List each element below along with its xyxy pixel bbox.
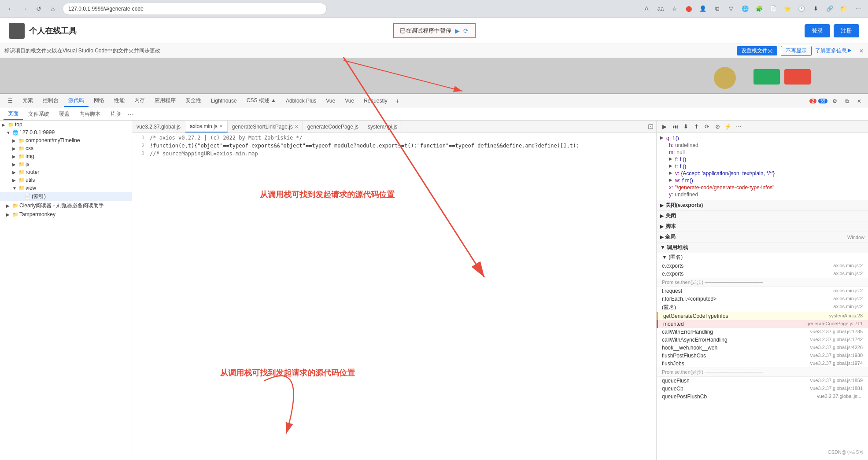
code-tabs-expand[interactable]: ⊡	[645, 122, 656, 131]
debug-breakpoints-btn[interactable]: ⚡	[724, 122, 732, 131]
font-aa-icon[interactable]: aa	[655, 3, 666, 15]
callstack-item-callwitherror[interactable]: callWithErrorHandling vue3.2.37.global.j…	[657, 328, 868, 336]
devtools-tab-menu[interactable]: ☰	[4, 96, 17, 107]
devtools-tab-elements[interactable]: 元素	[18, 95, 37, 107]
no-show-button[interactable]: 不再显示	[781, 46, 812, 56]
callstack-item-getgenerate[interactable]: getGenerateCodeTypeInfos systemApi.js:28	[657, 312, 868, 320]
scope-item-t[interactable]: ▶ t: f ()	[660, 163, 864, 170]
devtools-tab-requestly[interactable]: Requestly	[359, 96, 392, 107]
devtools-tab-sources[interactable]: 源代码	[64, 95, 89, 107]
callstack-item-flushjobs[interactable]: flushJobs vue3.2.37.global.js:1974	[657, 360, 868, 368]
filetree-component[interactable]: ▶ 📁 component/myTimeline	[0, 136, 132, 144]
back-button[interactable]: ←	[4, 3, 17, 15]
settings-icon[interactable]: ⚙	[829, 96, 840, 107]
callstack-item-exports2[interactable]: e.exports axios.min.js:2	[657, 270, 868, 278]
sources-subtab-content-scripts[interactable]: 内容脚本	[75, 109, 105, 119]
close-devtools-button[interactable]: ✕	[854, 96, 864, 107]
callstack-item-lrequest[interactable]: l.request axios.min.js:2	[657, 287, 868, 295]
globe-icon[interactable]: 🌐	[739, 3, 751, 15]
callstack-item-callwithasync[interactable]: callWithAsyncErrorHandling vue3.2.37.glo…	[657, 336, 868, 344]
filetree-utils[interactable]: ▶ 📁 utils	[0, 176, 132, 184]
download-icon[interactable]: ⬇	[810, 3, 821, 15]
callstack-section-anonymous[interactable]: ▼ (匿名)	[657, 253, 868, 262]
callstack-item-queuepostflushcb[interactable]: queuePostFlushCb vue3.2.37.global.js:...	[657, 393, 868, 401]
setup-root-folder-button[interactable]: 设置根文件夹	[737, 46, 777, 55]
devtools-tab-css-overview[interactable]: CSS 概述 ▲	[242, 95, 281, 107]
callstack-item-queuecb[interactable]: queueCb vue3.2.37.global.js:1881	[657, 385, 868, 393]
callstack-item-queueflush[interactable]: queueFlush vue3.2.37.global.js:1859	[657, 377, 868, 385]
devtools-tab-adblock[interactable]: Adblock Plus	[281, 96, 321, 107]
debug-resume-button[interactable]: ▶	[455, 27, 460, 34]
clipboard-icon[interactable]: ⧉	[711, 3, 723, 15]
script-section[interactable]: ▶ 脚本	[657, 221, 868, 232]
bookmark-icon[interactable]: ☆	[669, 3, 680, 15]
closure-exports-section[interactable]: ▶ 关闭(e.exports)	[657, 200, 868, 210]
home-button[interactable]: ⌂	[47, 3, 59, 15]
callstack-item-exports1[interactable]: e.exports axios.min.js:2	[657, 262, 868, 270]
code-tab-close-axios[interactable]: ✕	[219, 124, 223, 129]
banner-close-button[interactable]: ✕	[859, 48, 864, 54]
debug-resume-btn[interactable]: ▶	[660, 122, 669, 131]
profile-icon[interactable]: 👤	[697, 3, 709, 15]
star-icon[interactable]: ⭐	[782, 3, 793, 15]
devtools-tab-vue1[interactable]: Vue	[321, 96, 340, 107]
filetree-localhost[interactable]: ▼ 🌐 127.0.0.1:9999	[0, 129, 132, 136]
scope-item-w[interactable]: ▶ w: f m()	[660, 177, 864, 184]
learn-more-link[interactable]: 了解更多信息▶	[815, 47, 852, 55]
filetree-css[interactable]: ▶ 📁 css	[0, 144, 132, 152]
debug-step-button[interactable]: ⟳	[463, 27, 469, 34]
more-icon[interactable]: ⋯	[852, 3, 864, 15]
reload-button[interactable]: ↺	[33, 3, 45, 15]
callstack-item-hook[interactable]: hook__weh.hook__weh vue3.2.37.global.js:…	[657, 344, 868, 352]
devtools-tab-memory[interactable]: 内存	[130, 95, 149, 107]
code-tab-generatecode[interactable]: generateCodePage.js	[303, 121, 363, 132]
callstack-item-flushpost[interactable]: flushPostFlushCbs vue3.2.37.global.js:19…	[657, 352, 868, 360]
debug-stepout-btn[interactable]: ⬆	[692, 122, 701, 131]
devtools-tab-network[interactable]: 网络	[89, 95, 109, 107]
font-size-icon[interactable]: A	[641, 3, 652, 15]
address-bar[interactable]: 127.0.0.1:9999/#/generate-code	[63, 3, 327, 15]
devtools-tab-lighthouse[interactable]: Lighthouse	[207, 96, 241, 107]
code-tab-close-shortlink[interactable]: ✕	[295, 124, 298, 129]
code-tab-shortlink[interactable]: generateShortLinkPage.js ✕	[228, 121, 303, 132]
scope-item-v[interactable]: ▶ v: {Accept: 'application/json, text/pl…	[660, 170, 864, 177]
callstack-header[interactable]: ▼ 调用堆栈	[657, 242, 868, 253]
debug-stepover-btn[interactable]: ⏭	[671, 122, 680, 131]
sources-subtab-filesystem[interactable]: 文件系统	[24, 109, 54, 119]
sources-subtab-overrides[interactable]: 覆盖	[55, 109, 74, 119]
scope-item-g[interactable]: ▶ g: f ()	[660, 135, 864, 142]
devtools-tab-console[interactable]: 控制台	[38, 95, 63, 107]
devtools-add-tab-button[interactable]: +	[393, 97, 402, 105]
closure-section[interactable]: ▶ 关闭	[657, 210, 868, 221]
sources-subtab-snippets[interactable]: 片段	[106, 109, 125, 119]
doc-icon[interactable]: 📄	[768, 3, 779, 15]
callstack-item-foreach[interactable]: r.forEach.l.<computed> axios.min.js:2	[657, 295, 868, 303]
global-section[interactable]: ▶ 全局 Window	[657, 232, 868, 242]
devtools-tab-vue2[interactable]: Vue	[340, 96, 358, 107]
sources-subtab-more[interactable]: ⋯	[126, 111, 136, 118]
history-icon[interactable]: 🕐	[796, 3, 807, 15]
forward-button[interactable]: →	[18, 3, 31, 15]
callstack-item-anon2[interactable]: (匿名) axios.min.js:2	[657, 303, 868, 312]
code-tab-systemapi[interactable]: systemApi.js	[363, 121, 402, 132]
filetree-img[interactable]: ▶ 📁 img	[0, 152, 132, 160]
devtools-tab-performance[interactable]: 性能	[110, 95, 129, 107]
filetree-view[interactable]: ▼ 📁 view	[0, 184, 132, 192]
scope-item-f[interactable]: ▶ f: f ()	[660, 156, 864, 163]
code-content[interactable]: 1 /* axios v0.27.2 | (c) 2022 by Matt Za…	[132, 133, 656, 324]
sources-subtab-page[interactable]: 页面	[4, 109, 23, 120]
callstack-item-mounted[interactable]: mounted generateCodePage.js:711	[657, 320, 868, 328]
filetree-clearly[interactable]: ▶ 📁 Clearly阅读器 - 刘览器必备阅读助手	[0, 201, 132, 210]
filetree-index[interactable]: 📄 (索引)	[0, 192, 132, 201]
dock-icon[interactable]: ⧉	[842, 96, 852, 107]
debug-more-btn[interactable]: ⋯	[734, 122, 743, 131]
extension-icon[interactable]: 🧩	[753, 3, 765, 15]
stop-icon[interactable]: ⬤	[683, 3, 694, 15]
code-tab-axios[interactable]: axios.min.js ✕	[185, 121, 228, 132]
register-button[interactable]: 注册	[834, 24, 859, 37]
code-tab-vue[interactable]: vue3.2.37.global.js	[132, 121, 185, 132]
filetree-top[interactable]: ▶ 📁 top	[0, 121, 132, 129]
devtools-tab-security[interactable]: 安全性	[181, 95, 206, 107]
filetree-tampermonkey[interactable]: ▶ 📁 Tampermonkey	[0, 210, 132, 218]
debug-deactivate-btn[interactable]: ⊘	[713, 122, 722, 131]
